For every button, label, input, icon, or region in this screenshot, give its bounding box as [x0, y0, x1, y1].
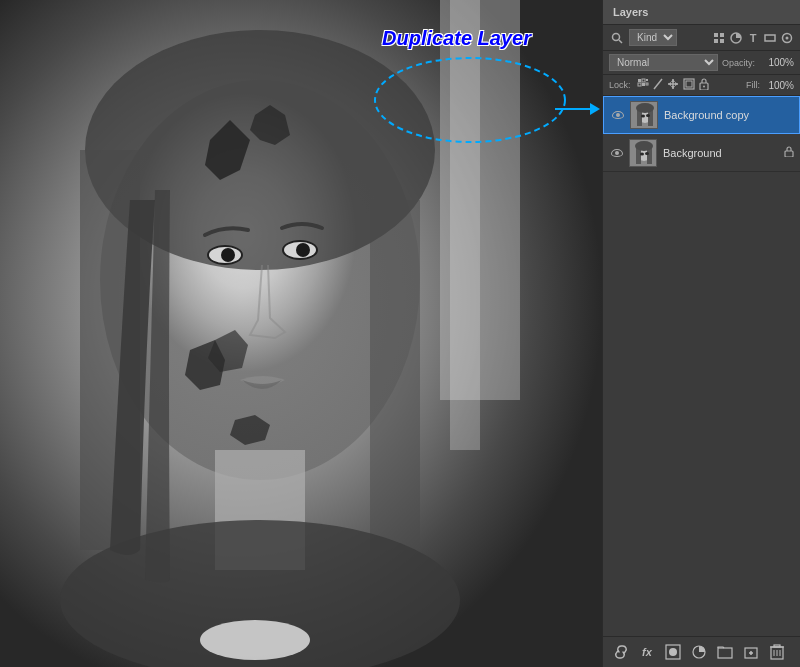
- svg-rect-57: [785, 151, 793, 157]
- svg-rect-40: [686, 81, 692, 87]
- arrow-line: [555, 108, 590, 110]
- layer-thumbnail: [629, 139, 657, 167]
- svg-rect-67: [774, 645, 780, 647]
- layer-item[interactable]: Background copy: [603, 96, 800, 134]
- svg-rect-19: [714, 33, 718, 37]
- svg-point-59: [669, 648, 677, 656]
- svg-marker-38: [675, 82, 678, 86]
- layer-visibility-toggle[interactable]: [610, 107, 626, 123]
- layer-visibility-toggle[interactable]: [609, 145, 625, 161]
- bottom-toolbar: fx: [603, 636, 800, 667]
- fill-value: 100%: [764, 80, 794, 91]
- svg-rect-29: [638, 83, 641, 86]
- svg-rect-32: [646, 83, 648, 85]
- adjustment-filter-icon[interactable]: [729, 31, 743, 45]
- svg-point-47: [636, 103, 654, 113]
- svg-marker-35: [671, 79, 675, 82]
- svg-rect-27: [638, 79, 641, 82]
- svg-marker-37: [668, 82, 671, 86]
- canvas-area: Duplicate Layer: [0, 0, 602, 667]
- svg-point-15: [200, 620, 310, 660]
- lock-draw-icon[interactable]: [653, 78, 663, 92]
- svg-point-13: [221, 248, 235, 262]
- svg-rect-61: [718, 648, 732, 658]
- layer-name: Background: [663, 147, 780, 159]
- layer-item[interactable]: Background: [603, 134, 800, 172]
- svg-point-56: [645, 152, 649, 155]
- background-lock-icon: [784, 146, 794, 159]
- shape-filter-icon[interactable]: [763, 31, 777, 45]
- lock-label: Lock:: [609, 80, 631, 90]
- arrow-head: [590, 103, 600, 115]
- search-icon[interactable]: [609, 30, 625, 46]
- pixel-filter-icon[interactable]: [712, 31, 726, 45]
- svg-rect-6: [370, 200, 420, 550]
- svg-rect-21: [714, 39, 718, 43]
- kind-dropdown[interactable]: Kind: [629, 29, 677, 46]
- new-adjustment-layer-icon[interactable]: [689, 642, 709, 662]
- opacity-value: 100%: [759, 57, 794, 68]
- svg-point-42: [703, 86, 705, 88]
- svg-point-16: [375, 58, 565, 142]
- new-layer-mask-icon[interactable]: [663, 642, 683, 662]
- layer-thumbnail: [630, 101, 658, 129]
- layers-panel: Layers Kind: [602, 0, 800, 667]
- text-filter-icon[interactable]: T: [746, 31, 760, 45]
- annotation-arrow: [555, 103, 600, 115]
- svg-rect-30: [642, 83, 645, 86]
- svg-marker-36: [671, 86, 675, 89]
- opacity-label: Opacity:: [722, 58, 755, 68]
- eye-symbol: [611, 149, 623, 157]
- svg-point-48: [641, 115, 645, 118]
- lock-all-icon[interactable]: [699, 78, 709, 92]
- svg-point-14: [296, 243, 310, 257]
- layers-list: Background copy Background: [603, 96, 800, 636]
- lock-icons: [637, 78, 709, 92]
- fx-icon[interactable]: fx: [637, 642, 657, 662]
- svg-point-26: [786, 36, 789, 39]
- filter-row: Kind T: [603, 25, 800, 51]
- svg-point-55: [640, 152, 644, 155]
- fill-label: Fill:: [746, 80, 760, 90]
- link-layers-icon[interactable]: [611, 642, 631, 662]
- svg-rect-22: [720, 39, 724, 43]
- svg-point-54: [635, 141, 653, 151]
- lock-artboard-icon[interactable]: [683, 78, 695, 92]
- svg-line-18: [619, 40, 622, 43]
- new-group-icon[interactable]: [715, 642, 735, 662]
- blend-mode-dropdown[interactable]: Normal: [609, 54, 718, 71]
- delete-layer-icon[interactable]: [767, 642, 787, 662]
- filter-icons: T: [712, 31, 794, 45]
- eye-symbol: [612, 111, 624, 119]
- lock-row: Lock:: [603, 75, 800, 96]
- smart-filter-icon[interactable]: [780, 31, 794, 45]
- svg-rect-24: [765, 35, 775, 41]
- new-layer-icon[interactable]: [741, 642, 761, 662]
- panel-title: Layers: [613, 6, 648, 18]
- photo-container: Duplicate Layer: [0, 0, 602, 667]
- svg-rect-28: [642, 79, 645, 82]
- panel-header: Layers: [603, 0, 800, 25]
- annotation-circle: [370, 45, 570, 145]
- blend-row: Normal Opacity: 100%: [603, 51, 800, 75]
- layer-name: Background copy: [664, 109, 793, 121]
- svg-rect-20: [720, 33, 724, 37]
- lock-pixels-icon[interactable]: [637, 78, 649, 92]
- svg-point-17: [613, 33, 620, 40]
- lock-move-icon[interactable]: [667, 78, 679, 92]
- svg-rect-31: [646, 79, 648, 81]
- svg-point-49: [646, 114, 650, 117]
